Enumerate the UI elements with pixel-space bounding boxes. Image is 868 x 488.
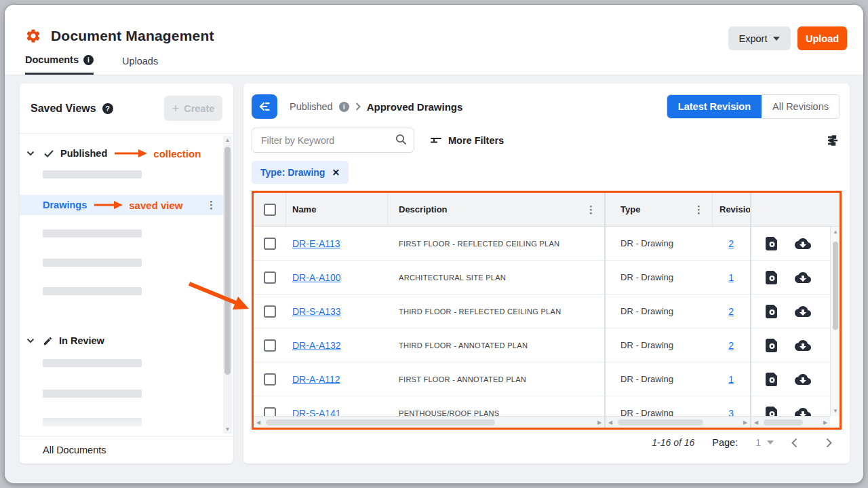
help-icon[interactable]: ? [102,103,113,114]
chevron-down-icon[interactable] [26,338,35,343]
scroll-up-icon[interactable]: ▲ [831,229,840,235]
breadcrumb-row: Published i Approved Drawings Latest Rev… [243,83,850,119]
chevron-down-icon [773,37,780,41]
all-documents-link[interactable]: All Documents [20,436,233,464]
next-page-icon[interactable] [826,438,832,448]
all-revisions-toggle[interactable]: All Revisions [762,95,840,118]
all-revisions-label: All Revisions [772,101,829,112]
download-icon[interactable] [795,271,811,284]
scrollbar-thumb[interactable] [618,419,703,426]
horizontal-scrollbar[interactable]: ◀ ▶ [254,416,604,428]
row-checkbox[interactable] [264,373,276,386]
create-view-button[interactable]: + Create [164,96,222,121]
filter-chip-type-drawing[interactable]: Type: Drawing ✕ [252,161,349,184]
column-header-description[interactable]: Description ⋮ [388,193,604,226]
document-link[interactable]: DR-S-A133 [292,306,341,317]
document-link[interactable]: DR-A-A100 [292,272,341,283]
breadcrumb-parent[interactable]: Published [290,101,333,112]
app-header: Document Management Export Upload Docume… [5,5,863,75]
create-label: Create [184,103,214,114]
scrollbar-thumb[interactable] [266,419,495,426]
download-icon[interactable] [795,305,811,318]
saved-views-title: Saved Views ? [31,102,113,115]
scroll-up-icon[interactable]: ▲ [223,137,232,143]
scroll-down-icon[interactable]: ▼ [831,408,840,414]
row-checkbox[interactable] [264,305,276,318]
kebab-menu-icon[interactable]: ⋮ [206,199,216,211]
vertical-scrollbar[interactable]: ▲ ▼ [830,227,840,416]
download-icon[interactable] [795,339,811,352]
close-icon[interactable]: ✕ [332,167,340,178]
table-row: DR - Drawing 1 [606,261,750,295]
more-filters-button[interactable]: More Filters [431,135,504,146]
document-description: FIRST FLOOR - REFLECTED CEILING PLAN [388,240,604,248]
document-type: DR - Drawing [606,272,712,282]
drawings-link[interactable]: Drawings [43,200,87,210]
latest-revision-toggle[interactable]: Latest Revision [667,95,762,118]
tab-documents[interactable]: Documents i [25,54,94,75]
horizontal-scrollbar[interactable]: ◀ ▶ [606,416,750,428]
revision-link[interactable]: 2 [728,306,734,317]
preview-document-icon[interactable] [765,236,780,251]
revision-link[interactable]: 2 [728,238,734,249]
row-checkbox[interactable] [264,238,276,250]
chevron-down-icon[interactable] [26,151,35,156]
table-header: Name Description ⋮ [254,193,604,227]
document-link[interactable]: DR-A-A132 [292,340,341,351]
app-window: Document Management Export Upload Docume… [5,5,863,483]
download-icon[interactable] [795,373,811,386]
scrollbar-thumb[interactable] [833,242,838,330]
search-icon[interactable] [395,134,407,145]
title-row: Document Management [25,28,214,44]
preview-document-icon[interactable] [765,304,780,319]
scroll-left-icon[interactable]: ◀ [751,419,761,426]
download-icon[interactable] [795,237,811,250]
collapse-sidebar-button[interactable] [252,94,277,119]
table-row: DR - Drawing 2 [606,295,750,329]
row-checkbox[interactable] [264,271,276,284]
previous-page-icon[interactable] [791,438,797,448]
column-header-name[interactable]: Name [286,193,388,226]
info-icon[interactable]: i [339,102,349,112]
export-button[interactable]: Export [728,26,791,50]
column-header-revision[interactable]: Revision [713,193,750,226]
table-row [751,362,840,396]
skeleton-bar [43,359,142,367]
scroll-right-icon[interactable]: ▶ [821,419,830,426]
scrollbar-thumb[interactable] [764,419,803,426]
scroll-down-icon[interactable]: ▼ [223,426,232,432]
pagination-page-label: Page: [712,437,738,448]
scrollbar-thumb[interactable] [224,147,231,375]
document-link[interactable]: DR-A-A112 [292,374,340,385]
preview-document-icon[interactable] [765,338,780,353]
column-settings-icon[interactable] [827,135,839,146]
tree-item-published[interactable]: Published collection [20,143,224,164]
preview-document-icon[interactable] [765,270,780,285]
page-value: 1 [755,437,761,448]
scroll-left-icon[interactable]: ◀ [606,419,615,426]
keyword-filter-input[interactable] [252,128,414,153]
horizontal-scrollbar[interactable]: ◀ ▶ [751,416,830,428]
scroll-left-icon[interactable]: ◀ [254,419,263,426]
column-menu-icon[interactable]: ⋮ [586,204,596,216]
document-link[interactable]: DR-E-A113 [292,238,340,249]
scroll-right-icon[interactable]: ▶ [595,419,604,426]
info-icon[interactable]: i [83,55,94,65]
tree-item-drawings[interactable]: Drawings saved view ⋮ [20,195,224,215]
revision-link[interactable]: 1 [728,272,734,283]
scroll-right-icon[interactable]: ▶ [741,419,750,426]
checkmark-icon [44,150,54,157]
upload-button[interactable]: Upload [797,26,847,50]
revision-link[interactable]: 2 [728,340,734,351]
annotation-saved-view: saved view [129,200,182,211]
select-all-checkbox[interactable] [264,204,276,216]
tree-item-in-review[interactable]: In Review [20,331,224,351]
column-menu-icon[interactable]: ⋮ [694,204,704,216]
revision-link[interactable]: 1 [728,374,734,385]
column-header-type[interactable]: Type ⋮ [606,193,713,226]
page-select[interactable]: 1 [755,437,774,448]
sidebar-scrollbar[interactable]: ▲ ▼ [223,136,232,434]
preview-document-icon[interactable] [765,372,780,387]
row-checkbox[interactable] [264,339,276,352]
tab-uploads[interactable]: Uploads [122,54,158,75]
